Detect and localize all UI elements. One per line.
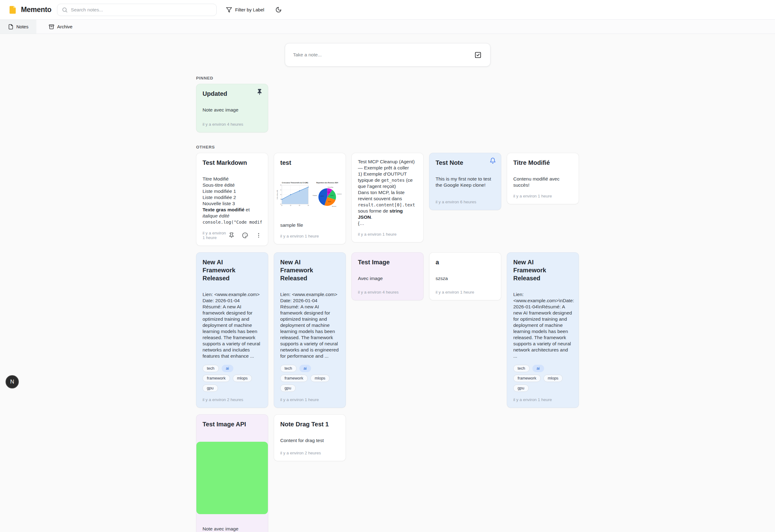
- dark-mode-toggle[interactable]: [272, 3, 285, 16]
- svg-text:Chiffre d'affaires (M€): Chiffre d'affaires (M€): [277, 190, 278, 200]
- note-title: New AI Framework Released: [280, 258, 339, 282]
- tag-pill[interactable]: gpu: [280, 384, 296, 392]
- tag-pill[interactable]: tech: [280, 365, 296, 372]
- content-line: Test MCP Cleanup (Agent) — Exemple prêt …: [358, 159, 417, 171]
- palette-icon: [242, 232, 248, 238]
- note-timestamp: il y a environ 1 heure: [202, 231, 228, 240]
- tag-pill[interactable]: ai: [532, 365, 544, 372]
- note-content: Lien: <www.example.com> Date: 2026-01-04…: [280, 291, 339, 359]
- tag-pill[interactable]: framework: [280, 375, 308, 382]
- note-card-test-markdown[interactable]: Test Markdown Titre Modifié Sous-titre é…: [196, 153, 268, 246]
- tag-pill[interactable]: framework: [202, 375, 230, 382]
- note-card-ai-framework-3[interactable]: New AI Framework Released Lien: <www.exa…: [507, 252, 579, 408]
- note-title: Titre Modifié: [513, 159, 573, 167]
- note-content: Test MCP Cleanup (Agent) — Exemple prêt …: [358, 159, 417, 226]
- tab-notes[interactable]: Notes: [0, 20, 36, 34]
- tag-pill[interactable]: mlops: [233, 375, 252, 382]
- search-input[interactable]: [71, 7, 212, 13]
- color-palette-button[interactable]: [242, 232, 248, 238]
- filter-by-label-button[interactable]: Filter by Label: [222, 4, 268, 16]
- content-line: Liste modifiée 2: [202, 194, 262, 201]
- note-timestamp: il y a environ 4 heures: [358, 290, 399, 294]
- note-card-a[interactable]: a szsza il y a environ 1 heure: [429, 252, 501, 300]
- tag-pill[interactable]: ai: [222, 365, 233, 372]
- new-checklist-button[interactable]: [473, 50, 483, 60]
- content-line: Résumé: A new AI framework designed for …: [202, 304, 262, 359]
- note-title: Updated: [202, 90, 262, 98]
- note-card-test-note[interactable]: Test Note This is my first note to test …: [429, 153, 501, 210]
- pin-note-button[interactable]: [228, 232, 234, 238]
- svg-text:50: 50: [280, 194, 281, 195]
- note-card-test-image-api[interactable]: Test Image API Note avec image il y a en…: [196, 414, 268, 532]
- svg-text:60: 60: [280, 185, 281, 186]
- tab-notes-label: Notes: [16, 24, 28, 29]
- content-line: Sous-titre édité: [202, 182, 262, 188]
- tag-pill[interactable]: ai: [299, 365, 311, 372]
- content-line: Date: 2026-01-04: [280, 298, 339, 304]
- note-card-test-image[interactable]: Test Image Avec image il y a environ 4 h…: [351, 252, 424, 300]
- search-icon: [62, 7, 68, 13]
- tag-pill[interactable]: gpu: [513, 384, 529, 392]
- note-content: Note avec image: [202, 526, 262, 532]
- note-content: Content for drag test: [280, 437, 339, 444]
- dev-indicator-avatar[interactable]: N: [6, 375, 19, 388]
- note-content: Contenu modifié avec succès!: [513, 176, 573, 188]
- pin-filled-icon[interactable]: [256, 88, 263, 95]
- note-timestamp: il y a environ 2 heures: [202, 397, 243, 402]
- pinned-section-label: PINNED: [196, 76, 579, 80]
- note-card-test-mcp-cleanup[interactable]: Test MCP Cleanup (Agent) — Exemple prêt …: [351, 153, 424, 242]
- svg-text:20.0%: 20.0%: [330, 195, 334, 196]
- pin-icon: [228, 232, 234, 238]
- note-card-ai-framework-2[interactable]: New AI Framework Released Lien: <www.exa…: [274, 252, 346, 408]
- svg-text:Licences: Licences: [337, 193, 342, 195]
- svg-text:Croissance Trimestrielle du CA: Croissance Trimestrielle du CA (M€): [282, 182, 308, 184]
- note-timestamp: il y a environ 4 heures: [202, 122, 243, 127]
- content-line: Résumé: A new AI framework designed for …: [280, 304, 339, 359]
- take-a-note-input[interactable]: [285, 43, 473, 66]
- content-line-rich: Texte gras modifié et italique édité: [202, 207, 262, 219]
- more-options-button[interactable]: [255, 232, 262, 238]
- tab-archive-label: Archive: [57, 24, 72, 29]
- reminder-bell[interactable]: [490, 157, 496, 164]
- note-title: Test Image: [358, 258, 417, 266]
- note-timestamp: il y a environ 2 heures: [280, 451, 321, 455]
- tag-pill[interactable]: mlops: [544, 375, 563, 382]
- note-title: test: [280, 159, 339, 167]
- svg-text:Services: Services: [332, 206, 336, 207]
- tab-archive[interactable]: Archive: [41, 20, 80, 34]
- note-card-test[interactable]: test Croissance Trimestrielle du CA (M€)…: [274, 153, 346, 244]
- app-logo-icon: [8, 5, 17, 14]
- note-tags: tech ai framework mlops gpu: [280, 365, 339, 392]
- svg-text:45: 45: [280, 199, 281, 200]
- note-actions: [228, 232, 262, 238]
- tag-pill[interactable]: mlops: [310, 375, 330, 382]
- tag-pill[interactable]: framework: [513, 375, 541, 382]
- search-box[interactable]: [57, 4, 217, 16]
- note-content: sample file: [280, 222, 339, 228]
- note-card-updated[interactable]: Updated Note avec image il y a environ 4…: [196, 84, 268, 132]
- content-line: Lien: <www.example.com>\nDate: 2026-01-0…: [513, 291, 573, 359]
- pie-chart-thumbnail: Répartition des Revenus 202410.0%Consult…: [311, 180, 343, 210]
- svg-text:55: 55: [280, 189, 281, 191]
- note-card-drag-test-1[interactable]: Note Drag Test 1 Content for drag test i…: [274, 414, 346, 461]
- content-line: Titre Modifié: [202, 176, 262, 182]
- kebab-menu-icon: [255, 232, 262, 238]
- tag-pill[interactable]: tech: [202, 365, 219, 372]
- note-timestamp: il y a environ 1 heure: [513, 194, 552, 198]
- note-title: Note Drag Test 1: [280, 420, 339, 428]
- app-header: Memento Filter by Label: [0, 0, 775, 20]
- content-line: {…: [358, 220, 417, 226]
- tag-pill[interactable]: tech: [513, 365, 530, 372]
- tag-pill[interactable]: gpu: [202, 384, 218, 392]
- tab-bar: Notes Archive: [0, 20, 775, 34]
- note-card-titre-modifie[interactable]: Titre Modifié Contenu modifié avec succè…: [507, 153, 579, 204]
- content-line: Date: 2026-01-04: [202, 298, 262, 304]
- checkbox-icon: [475, 51, 482, 59]
- note-timestamp: il y a environ 1 heure: [280, 234, 319, 238]
- content-code-line: console.log("Code modifié a: [202, 219, 262, 225]
- note-composer[interactable]: [285, 43, 491, 67]
- content-line: Nouvelle liste 3: [202, 201, 262, 207]
- svg-text:Répartition des Revenus 2024: Répartition des Revenus 2024: [316, 182, 338, 184]
- note-card-ai-framework-1[interactable]: New AI Framework Released Lien: <www.exa…: [196, 252, 268, 408]
- note-title: a: [436, 258, 495, 266]
